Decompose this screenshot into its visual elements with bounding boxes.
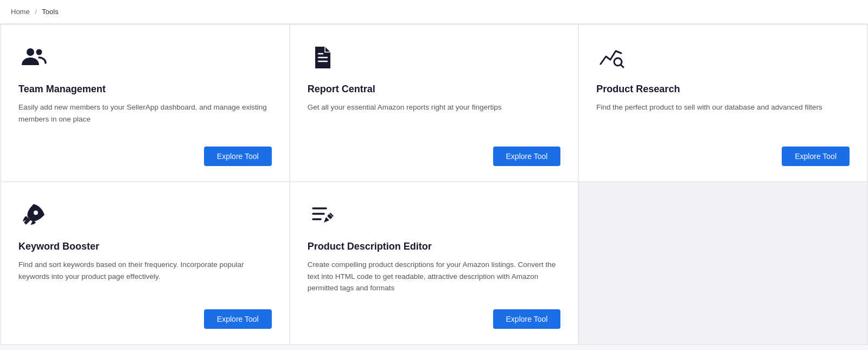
svg-point-1 bbox=[36, 49, 42, 55]
explore-tool-product-research[interactable]: Explore Tool bbox=[782, 147, 850, 166]
explore-tool-product-description-editor[interactable]: Explore Tool bbox=[493, 309, 561, 329]
tool-title-team-management: Team Management bbox=[18, 84, 272, 95]
report-icon bbox=[308, 42, 338, 73]
tool-title-product-description-editor: Product Description Editor bbox=[308, 241, 561, 252]
team-icon bbox=[18, 42, 49, 73]
breadcrumb-home[interactable]: Home bbox=[11, 8, 30, 16]
tool-card-product-description-editor: Product Description Editor Create compel… bbox=[290, 182, 579, 345]
breadcrumb: Home / Tools bbox=[0, 0, 868, 24]
explore-tool-keyword-booster[interactable]: Explore Tool bbox=[204, 309, 272, 329]
svg-line-6 bbox=[621, 65, 623, 67]
tool-card-keyword-booster: Keyword Booster Find and sort keywords b… bbox=[1, 182, 290, 345]
tool-card-report-central: Report Central Get all your essential Am… bbox=[290, 24, 579, 182]
breadcrumb-separator: / bbox=[35, 8, 37, 16]
tool-description-report-central: Get all your essential Amazon reports ri… bbox=[308, 101, 561, 131]
explore-tool-report-central[interactable]: Explore Tool bbox=[493, 147, 561, 166]
tools-grid: Team Management Easily add new members t… bbox=[0, 24, 868, 345]
empty-cell bbox=[578, 182, 867, 345]
svg-point-0 bbox=[27, 48, 34, 56]
editor-icon bbox=[308, 200, 338, 230]
tool-title-keyword-booster: Keyword Booster bbox=[18, 241, 272, 252]
tool-description-keyword-booster: Find and sort keywords based on their fr… bbox=[18, 259, 272, 294]
rocket-icon bbox=[18, 200, 49, 230]
tool-description-product-description-editor: Create compelling product descriptions f… bbox=[308, 259, 561, 294]
research-icon bbox=[596, 42, 627, 73]
explore-tool-team-management[interactable]: Explore Tool bbox=[204, 147, 272, 166]
tool-title-product-research: Product Research bbox=[596, 84, 850, 95]
tool-title-report-central: Report Central bbox=[308, 84, 561, 95]
tool-card-team-management: Team Management Easily add new members t… bbox=[1, 24, 290, 182]
svg-point-7 bbox=[34, 211, 38, 215]
breadcrumb-current: Tools bbox=[42, 8, 58, 16]
tool-description-team-management: Easily add new members to your SellerApp… bbox=[18, 101, 272, 131]
tool-card-product-research: Product Research Find the perfect produc… bbox=[578, 24, 867, 182]
tool-description-product-research: Find the perfect product to sell with ou… bbox=[596, 101, 850, 131]
